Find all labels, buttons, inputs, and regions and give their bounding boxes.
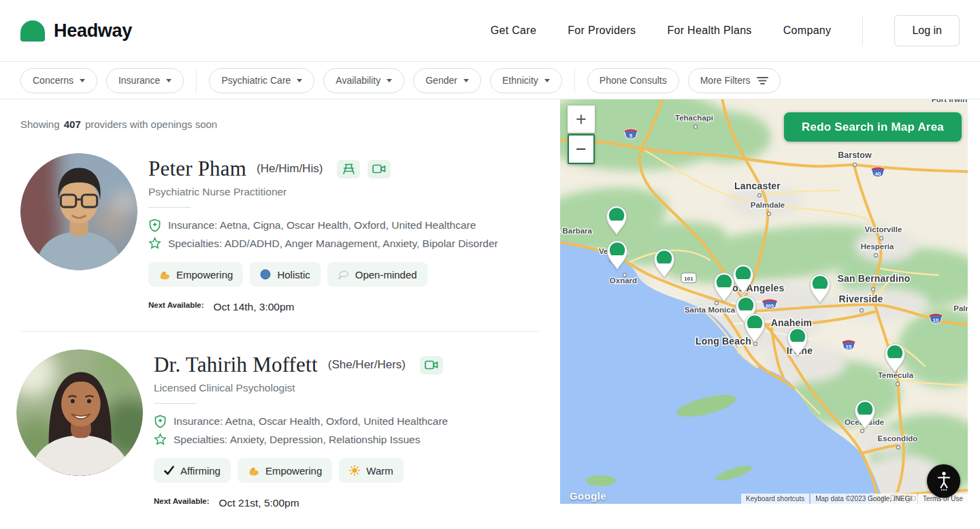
trait-badge: Warm bbox=[339, 458, 403, 483]
filter-label: Concerns bbox=[33, 75, 74, 86]
trait-badge-label: Holistic bbox=[277, 269, 310, 280]
map-label: Escondido bbox=[878, 434, 918, 443]
filter-phone-consults[interactable]: Phone Consults bbox=[587, 68, 679, 93]
main-content: Showing 407 providers with openings soon bbox=[0, 99, 980, 504]
map-canvas[interactable]: 5 40 101 605 bbox=[560, 99, 968, 504]
nav-item-for-providers[interactable]: For Providers bbox=[568, 25, 636, 37]
shield-plus-icon bbox=[154, 415, 167, 428]
us-101-shield: 101 bbox=[681, 273, 696, 283]
specialties-text: Specialties: Anxiety, Depression, Relati… bbox=[174, 432, 420, 447]
chevron-down-icon bbox=[166, 79, 172, 82]
accessibility-widget-button[interactable] bbox=[927, 464, 960, 498]
shield-plus-icon bbox=[148, 219, 161, 232]
filter-psychiatric-care[interactable]: Psychiatric Care bbox=[209, 68, 314, 93]
star-icon bbox=[154, 433, 167, 446]
headway-logo-icon bbox=[20, 20, 45, 42]
map-label: Oxnard bbox=[610, 276, 637, 285]
map-zoom-control: + − bbox=[568, 106, 595, 164]
filter-ethnicity[interactable]: Ethnicity bbox=[490, 68, 562, 93]
interstate-40-shield: 40 bbox=[872, 167, 885, 177]
filter-label: Phone Consults bbox=[600, 75, 667, 86]
svg-text:10: 10 bbox=[933, 317, 939, 323]
sun-icon bbox=[349, 465, 360, 476]
map-label: Lancaster bbox=[734, 180, 781, 191]
map-label: Santa Barbara bbox=[560, 227, 593, 235]
google-logo[interactable]: Google bbox=[570, 490, 606, 502]
map-data-text: Map data ©2023 Google, INEGI bbox=[811, 494, 917, 504]
provider-name[interactable]: Dr. Tahirih Moffett bbox=[154, 353, 318, 376]
filter-group-divider bbox=[574, 68, 575, 93]
trait-badge: Holistic bbox=[250, 262, 320, 287]
filter-insurance[interactable]: Insurance bbox=[106, 68, 184, 93]
provider-card[interactable]: Dr. Tahirih Moffett (She/Her/Hers) Lice bbox=[20, 349, 540, 509]
map-label: Victorville bbox=[865, 225, 902, 234]
redo-search-button[interactable]: Redo Search in Map Area bbox=[784, 112, 962, 142]
nav-item-get-care[interactable]: Get Care bbox=[491, 25, 536, 37]
svg-text:40: 40 bbox=[875, 171, 881, 177]
filter-gender[interactable]: Gender bbox=[413, 68, 481, 93]
keyboard-shortcuts-link[interactable]: Keyboard shortcuts bbox=[741, 494, 809, 504]
provider-card-body: Dr. Tahirih Moffett (She/Her/Hers) Lice bbox=[154, 349, 448, 509]
session-type-chips bbox=[337, 160, 391, 178]
zoom-out-button[interactable]: − bbox=[568, 134, 595, 164]
insurance-text: Insurance: Aetna, Cigna, Oscar Health, O… bbox=[168, 218, 476, 232]
muscle-icon bbox=[159, 269, 170, 280]
specialties-text: Specialties: ADD/ADHD, Anger Management,… bbox=[168, 236, 498, 251]
filter-label: Gender bbox=[425, 75, 457, 86]
filter-label: Psychiatric Care bbox=[221, 75, 291, 86]
thought-bubble-icon bbox=[338, 270, 349, 280]
filter-availability[interactable]: Availability bbox=[323, 68, 404, 93]
nav-item-company[interactable]: Company bbox=[783, 25, 832, 37]
accessibility-person-icon bbox=[935, 471, 953, 492]
star-icon bbox=[148, 237, 161, 250]
filter-label: Insurance bbox=[118, 75, 160, 86]
zoom-in-button[interactable]: + bbox=[568, 106, 595, 133]
trait-badge: Empowering bbox=[148, 262, 243, 287]
interstate-605-shield: 605 bbox=[762, 299, 777, 309]
results-suffix: providers with openings soon bbox=[85, 118, 217, 130]
map-label: Barstow bbox=[838, 150, 872, 160]
chevron-down-icon bbox=[297, 79, 302, 82]
filter-label: Availability bbox=[336, 75, 380, 86]
provider-name[interactable]: Peter Pham bbox=[148, 157, 246, 180]
trait-badges: Empowering Holistic bbox=[148, 262, 498, 287]
trait-badge: Open-minded bbox=[327, 262, 427, 287]
top-nav-bar: Headway Get Care For Providers For Healt… bbox=[0, 0, 980, 62]
muscle-icon bbox=[248, 465, 259, 477]
filter-bar: Concerns Insurance Psychiatric Care Avai… bbox=[0, 62, 980, 99]
trait-badge: Empowering bbox=[238, 458, 332, 483]
session-type-chips bbox=[420, 356, 443, 374]
trait-badge-label: Warm bbox=[366, 465, 393, 477]
map-label: Hesperia bbox=[861, 242, 894, 251]
filter-lines-icon bbox=[757, 76, 768, 85]
login-button[interactable]: Log in bbox=[894, 15, 960, 46]
provider-photo[interactable] bbox=[16, 349, 143, 476]
provider-list: Showing 407 providers with openings soon bbox=[0, 99, 560, 504]
provider-search-page: Headway Get Care For Providers For Healt… bbox=[0, 0, 980, 529]
next-available-label: Next Available: bbox=[148, 301, 204, 313]
map-island bbox=[586, 475, 616, 486]
map-label: Long Beach bbox=[696, 336, 751, 347]
provider-card[interactable]: Peter Pham (He/Him/His) bbox=[20, 153, 540, 313]
headway-logo[interactable]: Headway bbox=[20, 20, 132, 42]
interstate-10-shield: 10 bbox=[930, 313, 943, 323]
provider-photo-image bbox=[20, 153, 137, 270]
nav-divider bbox=[862, 15, 863, 46]
chevron-down-icon bbox=[387, 79, 392, 82]
map-label: Riverside bbox=[839, 293, 883, 304]
provider-photo[interactable] bbox=[20, 153, 137, 270]
nav-links: Get Care For Providers For Health Plans … bbox=[491, 15, 960, 46]
map-label: Palm Springs bbox=[953, 304, 968, 312]
insurance-row: Insurance: Aetna, Cigna, Oscar Health, O… bbox=[148, 218, 498, 232]
video-camera-icon bbox=[368, 160, 391, 178]
map-label: Fort Irwin bbox=[932, 99, 967, 103]
filter-more-filters[interactable]: More Filters bbox=[688, 68, 781, 93]
chevron-down-icon bbox=[544, 79, 550, 82]
svg-text:101: 101 bbox=[684, 276, 693, 282]
map-label: Temecula bbox=[878, 371, 914, 379]
next-available-value: Oct 14th, 3:00pm bbox=[214, 301, 295, 313]
provider-card-body: Peter Pham (He/Him/His) bbox=[148, 153, 498, 313]
map-label: Los Angeles bbox=[727, 283, 785, 293]
filter-concerns[interactable]: Concerns bbox=[20, 68, 97, 93]
nav-item-for-health-plans[interactable]: For Health Plans bbox=[667, 25, 751, 37]
